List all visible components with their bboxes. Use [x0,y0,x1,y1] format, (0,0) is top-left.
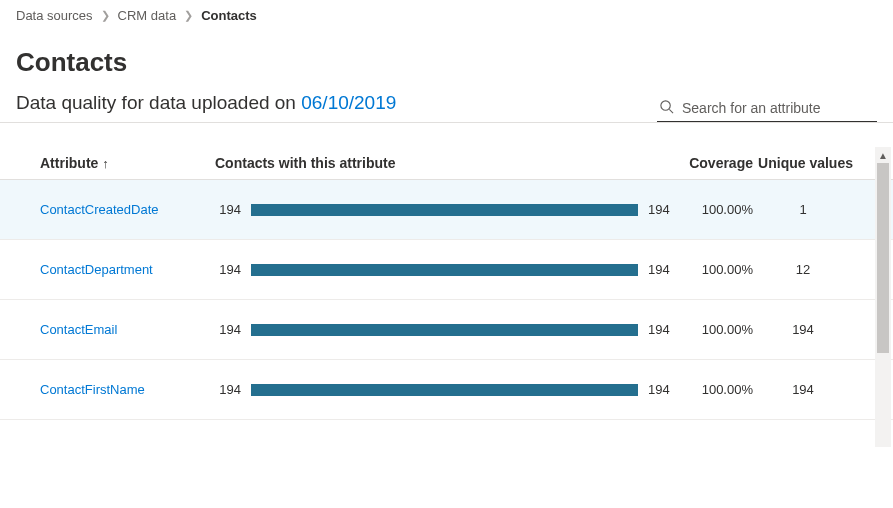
table-row[interactable]: ContactFirstName194194100.00%194 [0,360,893,420]
subheader: Data quality for data uploaded on 06/10/… [16,92,396,116]
search-box[interactable] [657,95,877,122]
search-icon [659,99,674,117]
attribute-link[interactable]: ContactEmail [40,322,215,337]
column-header-attribute-label: Attribute [40,155,98,171]
contacts-count-right: 194 [648,382,678,397]
attribute-table: Attribute ↑ Contacts with this attribute… [0,147,893,420]
unique-value: 12 [753,262,853,277]
column-header-unique[interactable]: Unique values [753,155,853,171]
unique-value: 194 [753,322,853,337]
attribute-link[interactable]: ContactFirstName [40,382,215,397]
unique-value: 1 [753,202,853,217]
contacts-count-left: 194 [215,202,241,217]
contacts-cell: 194194 [215,382,678,397]
svg-point-0 [661,101,670,110]
sort-ascending-icon: ↑ [102,156,109,171]
unique-value: 194 [753,382,853,397]
coverage-bar [251,204,638,216]
coverage-value: 100.00% [678,262,753,277]
subheader-prefix: Data quality for data uploaded on [16,92,301,113]
table-row[interactable]: ContactEmail194194100.00%194 [0,300,893,360]
upload-date[interactable]: 06/10/2019 [301,92,396,113]
coverage-bar [251,384,638,396]
contacts-count-left: 194 [215,262,241,277]
contacts-cell: 194194 [215,322,678,337]
contacts-cell: 194194 [215,202,678,217]
contacts-count-right: 194 [648,262,678,277]
breadcrumb-link-data-sources[interactable]: Data sources [16,8,93,23]
attribute-link[interactable]: ContactDepartment [40,262,215,277]
contacts-count-left: 194 [215,382,241,397]
contacts-count-left: 194 [215,322,241,337]
vertical-scrollbar[interactable]: ▲ [875,147,891,447]
scrollbar-thumb[interactable] [877,163,889,353]
coverage-bar [251,264,638,276]
breadcrumb-current: Contacts [201,8,257,23]
contacts-cell: 194194 [215,262,678,277]
breadcrumb: Data sources ❯ CRM data ❯ Contacts [0,0,893,29]
column-header-contacts[interactable]: Contacts with this attribute [215,155,678,171]
svg-line-1 [669,109,673,113]
contacts-count-right: 194 [648,202,678,217]
scroll-up-icon[interactable]: ▲ [875,147,891,163]
column-header-coverage[interactable]: Coverage [678,155,753,171]
table-row[interactable]: ContactDepartment194194100.00%12 [0,240,893,300]
coverage-value: 100.00% [678,382,753,397]
contacts-count-right: 194 [648,322,678,337]
chevron-right-icon: ❯ [101,9,110,22]
coverage-value: 100.00% [678,322,753,337]
table-row[interactable]: ContactCreatedDate194194100.00%1 [0,180,893,240]
chevron-right-icon: ❯ [184,9,193,22]
coverage-value: 100.00% [678,202,753,217]
breadcrumb-link-crm-data[interactable]: CRM data [118,8,177,23]
search-input[interactable] [682,100,875,116]
page-title: Contacts [0,29,893,92]
attribute-link[interactable]: ContactCreatedDate [40,202,215,217]
table-header: Attribute ↑ Contacts with this attribute… [0,147,893,180]
coverage-bar [251,324,638,336]
column-header-attribute[interactable]: Attribute ↑ [40,155,215,171]
